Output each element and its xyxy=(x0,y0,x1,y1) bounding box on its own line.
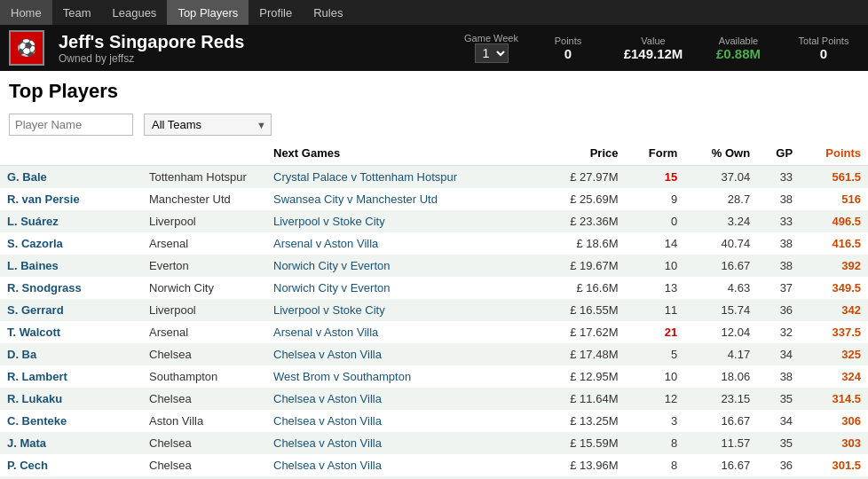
player-link[interactable]: S. Gerrard xyxy=(7,303,64,317)
form-cell: 15 xyxy=(625,166,684,189)
player-link[interactable]: P. Cech xyxy=(7,459,48,472)
player-link[interactable]: J. Mata xyxy=(7,436,46,450)
player-team-cell: Aston Villa xyxy=(142,410,266,432)
col-player xyxy=(0,141,142,166)
team-select[interactable]: All TeamsArsenalAston VillaChelseaCrysta… xyxy=(144,114,272,136)
next-game-link[interactable]: Arsenal v Aston Villa xyxy=(273,237,378,250)
table-row: S. Gerrard Liverpool Liverpool v Stoke C… xyxy=(0,299,868,321)
col-form: Form xyxy=(625,141,684,166)
form-cell: 10 xyxy=(625,255,684,277)
player-link[interactable]: R. Lukaku xyxy=(7,392,62,405)
filter-row: All TeamsArsenalAston VillaChelseaCrysta… xyxy=(0,110,868,141)
points-cell: 301.5 xyxy=(800,454,868,476)
next-game-link[interactable]: Arsenal v Aston Villa xyxy=(273,326,378,339)
next-game-link[interactable]: Swansea City v Manchester Utd xyxy=(273,192,438,206)
total-points-label: Total Points xyxy=(799,35,849,46)
value-block: Value £149.12M xyxy=(618,35,689,61)
points-cell: 325 xyxy=(800,343,868,365)
player-link[interactable]: D. Ba xyxy=(7,348,36,361)
price-cell: £ 23.36M xyxy=(540,210,626,232)
next-game-link[interactable]: Norwich City v Everton xyxy=(273,281,390,294)
price-cell: £ 17.48M xyxy=(540,343,626,365)
player-link[interactable]: G. Bale xyxy=(7,170,47,184)
player-name-cell: R. Snodgrass xyxy=(0,277,142,299)
player-link[interactable]: S. Cazorla xyxy=(7,237,63,250)
nav-home[interactable]: Home xyxy=(0,0,52,25)
gp-cell: 38 xyxy=(757,255,800,277)
pct-own-cell: 40.74 xyxy=(684,232,757,255)
available-value: £0.88M xyxy=(716,46,761,61)
table-row: T. Walcott Arsenal Arsenal v Aston Villa… xyxy=(0,321,868,343)
pct-own-cell: 16.67 xyxy=(684,454,757,476)
gp-cell: 36 xyxy=(757,299,800,321)
player-name-cell: P. Cech xyxy=(0,454,142,476)
player-team-cell: Chelsea xyxy=(142,454,266,476)
nav-profile[interactable]: Profile xyxy=(249,0,303,25)
price-cell: £ 13.25M xyxy=(540,410,626,432)
next-game-link[interactable]: Chelsea v Aston Villa xyxy=(273,436,382,450)
team-name: Jeff's Singapore Reds xyxy=(59,32,450,52)
nav-top-players[interactable]: Top Players xyxy=(167,0,249,25)
available-block: Available £0.88M xyxy=(703,35,774,61)
game-week-select[interactable]: 1 2 3 xyxy=(475,43,509,63)
table-row: P. Cech Chelsea Chelsea v Aston Villa £ … xyxy=(0,454,868,476)
form-cell: 9 xyxy=(625,188,684,210)
player-name-input[interactable] xyxy=(9,114,133,136)
col-price: Price xyxy=(540,141,626,166)
table-row: R. van Persie Manchester Utd Swansea Cit… xyxy=(0,188,868,210)
player-link[interactable]: R. Snodgrass xyxy=(7,281,82,294)
player-link[interactable]: R. Lambert xyxy=(7,370,67,383)
points-cell: 306 xyxy=(800,410,868,432)
points-cell: 561.5 xyxy=(800,166,868,189)
next-game-link[interactable]: West Brom v Southampton xyxy=(273,370,411,383)
player-link[interactable]: R. van Persie xyxy=(7,192,80,206)
next-game-link[interactable]: Liverpool v Stoke City xyxy=(273,303,385,317)
player-name-cell: R. Lambert xyxy=(0,365,142,388)
price-cell: £ 16.6M xyxy=(540,277,626,299)
players-table: Next Games Price Form % Own GP Points G.… xyxy=(0,141,868,479)
player-team-cell: Tottenham Hotspur xyxy=(142,166,266,189)
player-link[interactable]: L. Baines xyxy=(7,259,59,272)
table-header: Next Games Price Form % Own GP Points xyxy=(0,141,868,166)
team-owner: Owned by jeffsz xyxy=(59,52,450,65)
pct-own-cell: 11.57 xyxy=(684,432,757,454)
form-cell: 3 xyxy=(625,410,684,432)
next-game-cell: Crystal Palace v Tottenham Hotspur xyxy=(266,166,540,189)
next-game-link[interactable]: Norwich City v Everton xyxy=(273,259,390,272)
next-game-link[interactable]: Liverpool v Stoke City xyxy=(273,215,385,228)
value-value: £149.12M xyxy=(624,46,683,61)
next-game-link[interactable]: Crystal Palace v Tottenham Hotspur xyxy=(273,170,457,184)
next-game-link[interactable]: Chelsea v Aston Villa xyxy=(273,459,382,472)
pct-own-cell: 16.67 xyxy=(684,255,757,277)
player-link[interactable]: C. Benteke xyxy=(7,414,67,428)
nav-rules[interactable]: Rules xyxy=(303,0,353,25)
player-name-cell: T. Walcott xyxy=(0,321,142,343)
points-value: 0 xyxy=(564,46,572,61)
gp-cell: 38 xyxy=(757,188,800,210)
next-game-cell: Norwich City v Everton xyxy=(266,277,540,299)
page-title: Top Players xyxy=(0,71,868,110)
player-link[interactable]: T. Walcott xyxy=(7,326,60,339)
player-name-cell: C. Benteke xyxy=(0,410,142,432)
pct-own-cell: 16.67 xyxy=(684,410,757,432)
next-game-link[interactable]: Chelsea v Aston Villa xyxy=(273,348,382,361)
table-row: L. Baines Everton Norwich City v Everton… xyxy=(0,255,868,277)
next-game-link[interactable]: Chelsea v Aston Villa xyxy=(273,392,382,405)
game-week-block: Game Week 1 2 3 xyxy=(464,33,518,63)
price-cell: £ 11.64M xyxy=(540,388,626,410)
nav-leagues[interactable]: Leagues xyxy=(101,0,167,25)
points-cell: 516 xyxy=(800,188,868,210)
pct-own-cell: 37.04 xyxy=(684,166,757,189)
player-name-cell: R. Lukaku xyxy=(0,388,142,410)
form-cell: 5 xyxy=(625,343,684,365)
player-link[interactable]: L. Suárez xyxy=(7,215,59,228)
total-points-value: 0 xyxy=(820,46,827,61)
next-game-link[interactable]: Chelsea v Aston Villa xyxy=(273,414,382,428)
form-cell: 10 xyxy=(625,365,684,388)
col-pct-own: % Own xyxy=(684,141,757,166)
gp-cell: 38 xyxy=(757,365,800,388)
nav-team[interactable]: Team xyxy=(52,0,102,25)
points-cell: 303 xyxy=(800,432,868,454)
next-game-cell: Chelsea v Aston Villa xyxy=(266,343,540,365)
next-game-cell: Arsenal v Aston Villa xyxy=(266,232,540,255)
